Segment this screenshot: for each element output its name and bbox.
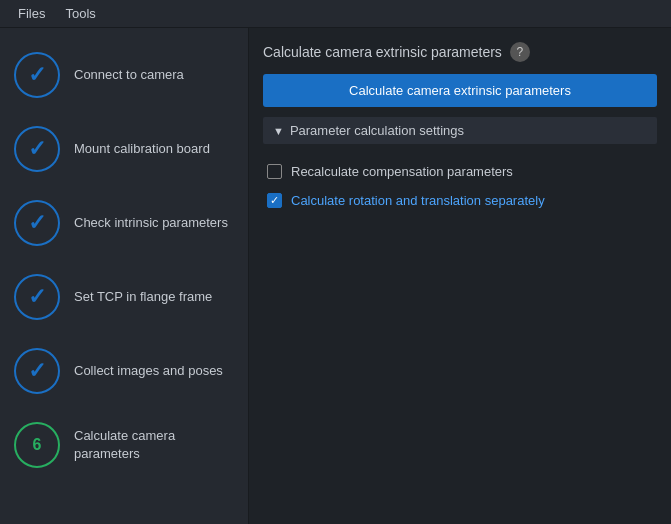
check-icon-3: ✓ xyxy=(28,210,46,236)
panel-title: Calculate camera extrinsic parameters xyxy=(263,44,502,60)
panel-title-row: Calculate camera extrinsic parameters ? xyxy=(263,42,657,62)
step-6-number: 6 xyxy=(33,436,42,454)
calculate-extrinsic-button[interactable]: Calculate camera extrinsic parameters xyxy=(263,74,657,107)
step-check-intrinsic[interactable]: ✓ Check intrinsic parameters xyxy=(0,186,248,260)
step-4-circle: ✓ xyxy=(14,274,60,320)
checkbox-rotation-translation[interactable]: ✓ xyxy=(267,193,282,208)
check-icon-opt2: ✓ xyxy=(270,195,279,206)
check-icon-2: ✓ xyxy=(28,136,46,162)
step-2-label: Mount calibration board xyxy=(74,140,210,158)
option-rotation-translation[interactable]: ✓ Calculate rotation and translation sep… xyxy=(267,193,653,208)
step-connect-camera[interactable]: ✓ Connect to camera xyxy=(0,38,248,112)
checkbox-recalculate[interactable] xyxy=(267,164,282,179)
menubar: Files Tools xyxy=(0,0,671,28)
menu-files[interactable]: Files xyxy=(8,0,55,27)
check-icon-4: ✓ xyxy=(28,284,46,310)
step-6-label: Calculate camera parameters xyxy=(74,427,234,463)
option-recalculate[interactable]: Recalculate compensation parameters xyxy=(267,164,653,179)
parameter-settings-title: Parameter calculation settings xyxy=(290,123,464,138)
parameter-settings-header[interactable]: ▼ Parameter calculation settings xyxy=(263,117,657,144)
step-collect-images[interactable]: ✓ Collect images and poses xyxy=(0,334,248,408)
step-2-circle: ✓ xyxy=(14,126,60,172)
sidebar: ✓ Connect to camera ✓ Mount calibration … xyxy=(0,28,249,524)
step-3-circle: ✓ xyxy=(14,200,60,246)
menu-tools[interactable]: Tools xyxy=(55,0,105,27)
option-recalculate-label: Recalculate compensation parameters xyxy=(291,164,513,179)
step-5-circle: ✓ xyxy=(14,348,60,394)
step-set-tcp[interactable]: ✓ Set TCP in flange frame xyxy=(0,260,248,334)
step-1-circle: ✓ xyxy=(14,52,60,98)
collapse-arrow-icon: ▼ xyxy=(273,125,284,137)
step-6-circle: 6 xyxy=(14,422,60,468)
step-1-label: Connect to camera xyxy=(74,66,184,84)
step-3-label: Check intrinsic parameters xyxy=(74,214,228,232)
option-rotation-translation-label: Calculate rotation and translation separ… xyxy=(291,193,545,208)
step-mount-board[interactable]: ✓ Mount calibration board xyxy=(0,112,248,186)
main-layout: ✓ Connect to camera ✓ Mount calibration … xyxy=(0,28,671,524)
step-4-label: Set TCP in flange frame xyxy=(74,288,212,306)
check-icon-5: ✓ xyxy=(28,358,46,384)
right-panel: Calculate camera extrinsic parameters ? … xyxy=(249,28,671,524)
check-icon-1: ✓ xyxy=(28,62,46,88)
help-button[interactable]: ? xyxy=(510,42,530,62)
settings-content: Recalculate compensation parameters ✓ Ca… xyxy=(263,154,657,218)
step-5-label: Collect images and poses xyxy=(74,362,223,380)
step-calculate-params[interactable]: 6 Calculate camera parameters xyxy=(0,408,248,482)
